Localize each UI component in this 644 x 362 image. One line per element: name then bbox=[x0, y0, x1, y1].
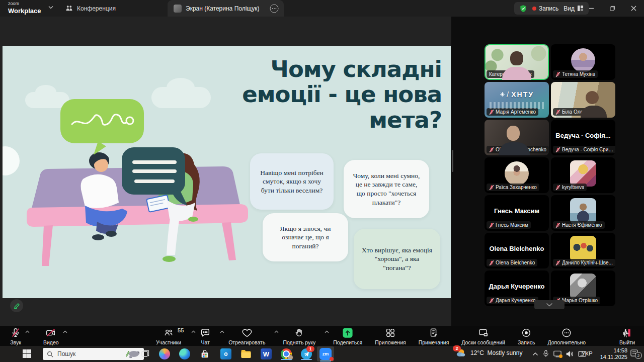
telegram-button[interactable]: 1 bbox=[300, 348, 312, 360]
copilot-button[interactable] bbox=[158, 348, 171, 360]
raise-hand-button[interactable]: Поднять руку bbox=[282, 327, 321, 346]
audio-button[interactable]: Звук bbox=[9, 327, 22, 346]
react-chevron[interactable] bbox=[274, 330, 279, 333]
audio-options-chevron[interactable] bbox=[25, 330, 30, 333]
question-bubble: Хто вирішує, яка емоція "хороша", а яка … bbox=[354, 229, 440, 289]
store-button[interactable] bbox=[199, 348, 211, 360]
participant-name-label: Раїса Захарченко bbox=[487, 184, 539, 191]
meeting-status-pill: Запись Вид bbox=[514, 2, 589, 15]
security-shield-icon[interactable] bbox=[519, 5, 527, 13]
zoom-app-button[interactable]: zm bbox=[317, 346, 334, 361]
zoom-meeting-window: zoom Workplace Конференция Экран (Катери… bbox=[0, 0, 644, 362]
whiteboards-button[interactable]: Доски сообщений bbox=[460, 327, 506, 346]
language-indicator[interactable]: УКР bbox=[582, 350, 593, 356]
annotate-button[interactable] bbox=[10, 299, 23, 312]
chat-chevron[interactable] bbox=[220, 330, 224, 333]
minimize-button[interactable] bbox=[581, 0, 602, 17]
participant-name-label: Olena Bielchenko bbox=[487, 259, 537, 266]
notes-label: Примечания bbox=[419, 339, 449, 345]
participant-tile[interactable]: Oksana Semenchenko bbox=[485, 120, 549, 155]
chrome-button[interactable] bbox=[280, 348, 292, 360]
chat-label: Чат bbox=[201, 339, 209, 345]
participant-name-label: Дарья Кучеренко bbox=[487, 297, 538, 304]
participants-chevron[interactable] bbox=[191, 330, 196, 333]
running-indicator bbox=[320, 360, 331, 361]
video-options-chevron[interactable] bbox=[63, 330, 67, 333]
cast-tray-item[interactable] bbox=[553, 350, 561, 357]
participant-avatar bbox=[570, 198, 596, 224]
participant-tile[interactable]: Olena BielchenkoOlena Bielchenko bbox=[485, 233, 549, 268]
tab-meeting[interactable]: Конференция bbox=[59, 0, 122, 17]
participant-tile[interactable]: Катерина Поліщук bbox=[485, 44, 549, 80]
participant-tile[interactable]: Ведуча - Софія...Ведуча - Софія Єрифа bbox=[551, 120, 615, 155]
recording-indicator[interactable]: Запись bbox=[532, 5, 558, 12]
chevron-down-icon bbox=[546, 303, 553, 307]
weather-badge: 2 bbox=[453, 345, 461, 351]
react-button[interactable]: Отреагировать bbox=[227, 327, 271, 346]
speaker-icon[interactable] bbox=[566, 350, 574, 357]
participant-tile[interactable]: kyryltseva bbox=[551, 157, 615, 193]
notes-icon bbox=[428, 327, 439, 338]
tray-chevron-up-icon[interactable] bbox=[532, 352, 538, 356]
file-explorer-icon bbox=[240, 349, 252, 359]
participant-tile[interactable]: Біла Олена bbox=[551, 82, 615, 118]
participants-count: 55 bbox=[178, 327, 184, 333]
copilot-icon bbox=[159, 348, 170, 359]
clock[interactable]: 14:58 14.11.2025 bbox=[596, 347, 627, 361]
more-button[interactable]: Дополнительно bbox=[546, 327, 587, 346]
brand-chevron-down-icon[interactable] bbox=[48, 6, 53, 9]
participant-tile[interactable]: Тетяна Мухіна bbox=[551, 44, 615, 80]
muted-mic-icon bbox=[489, 185, 494, 190]
close-button[interactable] bbox=[623, 0, 644, 17]
participant-name-label: kyryltseva bbox=[553, 184, 587, 191]
zoom-workplace-logo[interactable]: zoom Workplace bbox=[8, 2, 41, 15]
tab-more-icon[interactable] bbox=[270, 4, 279, 13]
search-input[interactable]: Пошук bbox=[43, 348, 144, 360]
tab-screen-share[interactable]: Экран (Катерина Поліщук) bbox=[168, 0, 284, 17]
apps-button[interactable]: Приложения bbox=[374, 327, 407, 346]
share-screen-button[interactable]: Поделиться bbox=[332, 327, 363, 346]
muted-mic-icon bbox=[489, 110, 494, 115]
weather-temp: 12°C bbox=[470, 349, 484, 356]
edge-button[interactable] bbox=[179, 348, 191, 360]
record-button[interactable]: Запись bbox=[517, 327, 536, 346]
raised-hand-icon bbox=[294, 327, 304, 338]
chat-button[interactable]: Чат bbox=[199, 327, 217, 346]
raise-hand-chevron[interactable] bbox=[325, 330, 329, 333]
participant-avatar bbox=[571, 48, 595, 72]
cloud-decoration bbox=[3, 146, 20, 175]
share-screen-label: Поделиться bbox=[333, 339, 362, 345]
tray-mic-icon[interactable] bbox=[543, 350, 549, 357]
participant-tile[interactable]: Настя Єфименко bbox=[551, 195, 615, 231]
weather-desc: Mostly sunny bbox=[487, 349, 522, 356]
file-explorer-button[interactable] bbox=[240, 348, 252, 360]
participant-tile[interactable]: /ХНТУМарія Артеменко bbox=[485, 82, 549, 118]
word-button[interactable]: W bbox=[260, 348, 272, 360]
outlook-icon: o bbox=[220, 348, 231, 359]
participants-button[interactable]: 55 Участники bbox=[155, 327, 188, 346]
more-participants-button[interactable] bbox=[534, 300, 565, 309]
leave-button[interactable]: Выйти bbox=[618, 327, 636, 346]
chrome-icon bbox=[281, 348, 292, 359]
task-view-icon bbox=[141, 349, 150, 358]
participant-tile[interactable]: Данило Кулініч-Шве... bbox=[551, 233, 615, 268]
weather-widget[interactable]: 2 12°C Mostly sunny bbox=[455, 347, 523, 358]
restore-button[interactable] bbox=[602, 0, 623, 17]
notification-badge: 2 bbox=[635, 352, 642, 359]
outlook-button[interactable]: o bbox=[220, 348, 232, 360]
panel-scrollbar[interactable] bbox=[452, 150, 453, 172]
system-tray bbox=[532, 350, 586, 357]
participant-display-name: Olena Bielchenko bbox=[485, 245, 549, 252]
start-button[interactable] bbox=[23, 349, 31, 358]
task-view-button[interactable] bbox=[139, 348, 151, 360]
notification-center-button[interactable]: 2 bbox=[630, 349, 639, 357]
video-button[interactable]: Видео bbox=[42, 327, 60, 346]
participant-name-label: Oksana Semenchenko bbox=[487, 146, 549, 153]
recording-label: Запись bbox=[539, 5, 558, 12]
therapy-session-illustration bbox=[23, 96, 249, 282]
telegram-badge: 1 bbox=[306, 346, 314, 352]
participant-tile[interactable]: Раїса Захарченко bbox=[485, 157, 549, 193]
participant-tile[interactable]: Гнесь МаксимГнесь Максим bbox=[485, 195, 549, 231]
mic-muted-icon bbox=[10, 327, 21, 338]
notes-button[interactable]: Примечания bbox=[418, 327, 450, 346]
